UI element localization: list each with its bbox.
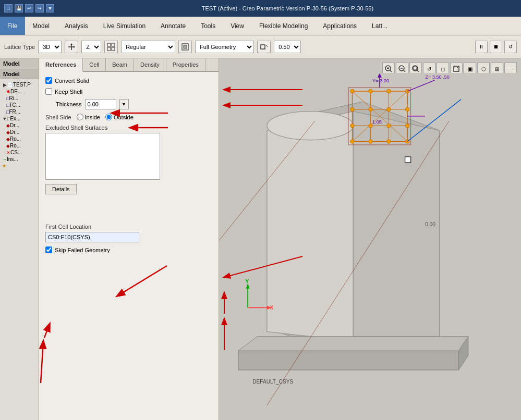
svg-marker-3 [74,46,75,48]
svg-text:Z= 3.50 .50: Z= 3.50 .50 [425,75,450,80]
tab-density[interactable]: Density [134,58,166,71]
thickness-input[interactable] [85,99,116,109]
tree-icon-ro1: ◆ [6,137,10,142]
tab-references[interactable]: References [39,58,83,72]
left-panel: Model Model ▶ 📄 TEST.P ✱ DE... □ Ri... □… [0,58,39,420]
convert-solid-text: Convert Solid [55,78,89,84]
pattern-select[interactable]: Regular Conformal Body Centered [121,41,175,53]
svg-text:DEFAULT_CSYS: DEFAULT_CSYS [252,379,293,385]
quick-access-icon[interactable]: 💾 [15,4,23,13]
svg-rect-4 [107,43,111,46]
tree-item-star[interactable]: ★ [1,163,38,169]
tab-beam[interactable]: Beam [106,58,134,71]
size-icon[interactable] [257,41,271,53]
tree-label-ex: Ex... [10,116,20,121]
svg-point-41 [387,107,391,111]
outside-radio[interactable] [105,114,112,120]
main-layout: Model Model ▶ 📄 TEST.P ✱ DE... □ Ri... □… [0,58,521,420]
tree-item-cs[interactable]: ✕ CS... [1,149,38,156]
svg-point-36 [369,89,372,93]
tree-item-ri[interactable]: □ Ri... [1,95,38,102]
extra-tools-icon[interactable]: ▼ [46,4,54,13]
geometry-select[interactable]: Full Geometry Partial Geometry [195,41,254,53]
tree-item-ro2[interactable]: ◆ Ro... [1,142,38,149]
pause-button[interactable]: ⏸ [475,41,488,53]
outside-option[interactable]: Outside [105,114,134,120]
tab-properties[interactable]: Properties [166,58,205,71]
tree-icon-ins: → [2,157,7,162]
menu-model[interactable]: Model [25,17,57,35]
undo-icon[interactable]: ↩ [25,4,33,13]
tree-item-dr2[interactable]: ◆ Dr... [1,129,38,135]
model-header-title: Model [3,60,35,67]
expand-icon-test[interactable]: ▶ [2,82,7,88]
tree-item-ins[interactable]: → Ins... [1,156,38,163]
keep-shell-row: Keep Shell [45,88,212,95]
svg-point-47 [350,140,354,143]
grid-icon[interactable] [104,41,118,53]
menu-view[interactable]: View [223,17,252,35]
toolbar: Lattice Type 3D 2D Z X Y Regular Conform… [0,35,521,58]
excluded-surfaces-section: Excluded Shell Surfaces Details [45,125,212,203]
svg-marker-2 [70,43,72,45]
refresh-button[interactable]: ↺ [504,41,517,53]
tree-item-fr[interactable]: □ FR... [1,108,38,115]
size-select[interactable]: 0.50 1.00 1.50 [274,41,301,53]
3d-shape-container: Y= 3.00 Z= 3.50 .50 1.05 X Y [219,58,521,420]
svg-point-44 [369,124,372,128]
tree-item-ro1[interactable]: ◆ Ro... [1,135,38,142]
inside-radio[interactable] [77,114,83,120]
tree-label-dr2: Dr... [10,129,19,135]
menu-analysis[interactable]: Analysis [57,17,96,35]
model-sub-header: Model [0,69,39,79]
menu-file[interactable]: File [0,17,25,35]
axis-select[interactable]: Z X Y [81,41,101,53]
convert-solid-row: Convert Solid [45,77,212,84]
title-bar: □ 💾 ↩ ↪ ▼ TEST (Active) - Creo Parametri… [0,0,521,17]
stop-button[interactable]: ⏹ [490,41,502,53]
lattice-type-label: Lattice Type [4,44,35,50]
svg-text:1.05: 1.05 [372,119,382,125]
details-button[interactable]: Details [45,184,77,194]
window-menu-icon[interactable]: □ [4,4,13,13]
geometry-icon[interactable] [178,41,192,53]
skip-failed-geometry-checkbox[interactable] [45,246,52,253]
excluded-surfaces-box[interactable] [45,133,160,180]
menu-flexible-modeling[interactable]: Flexible Modeling [252,17,316,35]
tree-label-de: DE... [10,89,22,94]
svg-point-35 [350,89,354,93]
tree-label-fr: FR... [9,109,20,115]
menu-applications[interactable]: Applications [316,17,365,35]
convert-solid-checkbox[interactable] [45,77,52,84]
menu-annotate[interactable]: Annotate [153,17,193,35]
tab-cell[interactable]: Cell [83,58,106,71]
tree-item-dr1[interactable]: ◆ Dr... [1,122,38,129]
inside-option[interactable]: Inside [77,114,100,120]
convert-solid-label[interactable]: Convert Solid [45,77,89,84]
first-cell-label: First Cell Location [45,224,212,230]
redo-icon[interactable]: ↪ [35,4,44,13]
keep-shell-checkbox[interactable] [45,88,52,95]
tabs: References Cell Beam Density Properties [39,58,219,72]
menu-live-simulation[interactable]: Live Simulation [96,17,153,35]
svg-point-49 [387,140,391,143]
tree-item-de[interactable]: ✱ DE... [1,88,38,95]
menu-tools[interactable]: Tools [193,17,223,35]
shell-side-label: Shell Side [45,114,71,120]
tree-label-ro1: Ro... [10,136,21,142]
first-cell-input[interactable] [45,232,139,242]
keep-shell-label[interactable]: Keep Shell [45,88,82,95]
skip-failed-geometry-label[interactable]: Skip Failed Geometry [45,246,110,253]
thickness-dropdown-btn[interactable]: ▼ [119,99,129,109]
tree-item-tc[interactable]: □ TC... [1,102,38,108]
axis-icon[interactable] [65,41,78,53]
form-content: Convert Solid Keep Shell Thickness ▼ She… [39,72,219,420]
tree-label-test: TEST.P [13,82,31,88]
expand-icon-ex[interactable]: ▼ [2,116,7,121]
title-bar-icons[interactable]: □ 💾 ↩ ↪ ▼ [4,4,54,13]
toolbar-right-buttons: ⏸ ⏹ ↺ [475,41,517,53]
tree-item-test[interactable]: ▶ 📄 TEST.P [1,81,38,88]
tree-item-ex[interactable]: ▼ □ Ex... [1,115,38,122]
menu-lattice[interactable]: Latt... [365,17,395,35]
lattice-type-select[interactable]: 3D 2D [38,41,62,53]
